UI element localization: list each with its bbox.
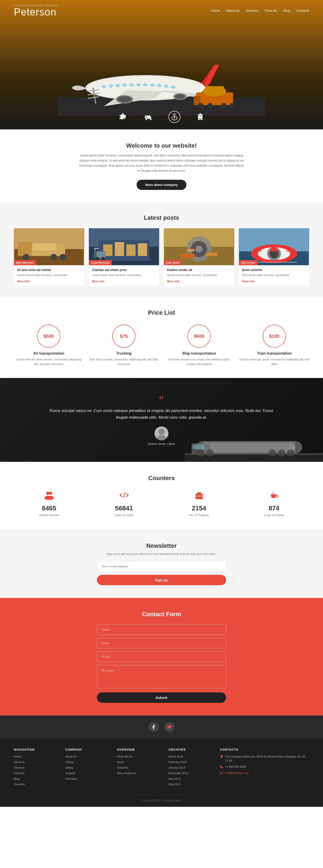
svg-point-53	[60, 254, 66, 260]
footer-company-support[interactable]: Support	[65, 771, 110, 776]
nav-blog[interactable]: Blog	[284, 9, 290, 12]
post-card-3: Jack Forest Enim animim Rem ipsum dolor …	[239, 228, 309, 286]
footer-overview-title: OVERVIEW	[117, 748, 162, 751]
contact-email-input[interactable]	[97, 638, 226, 648]
footer-nav-services[interactable]: Services	[14, 766, 58, 770]
svg-rect-29	[205, 86, 224, 91]
newsletter-email-input[interactable]	[97, 561, 226, 571]
footer-address-item: The Company Name Inc. 9870 St Vincent Pl…	[220, 754, 309, 763]
svg-rect-74	[187, 249, 194, 251]
newsletter-signup-button[interactable]: Sign-up	[97, 575, 226, 585]
latest-posts-title: Latest posts	[14, 214, 309, 221]
anchor-hero-icon[interactable]	[169, 111, 180, 123]
counter-code: 56841 Lines of Code	[89, 490, 159, 517]
footer-nav-title: NAVIGATION	[14, 748, 58, 751]
footer-archive-1[interactable]: February 2014	[169, 760, 213, 765]
svg-point-33	[150, 118, 152, 120]
footer-nav-blog[interactable]: Blog	[14, 777, 58, 781]
footer-archive-0[interactable]: March 2014	[169, 754, 213, 759]
footer-archive-3[interactable]: December 2013	[169, 771, 213, 776]
svg-rect-104	[198, 493, 201, 494]
svg-point-16	[164, 85, 169, 88]
svg-point-6	[175, 94, 185, 99]
nav-services[interactable]: Services	[246, 9, 258, 12]
briefcase-icon	[164, 490, 234, 502]
phone-icon	[220, 765, 223, 769]
svg-point-9	[115, 84, 120, 87]
footer-company-about[interactable]: About us	[65, 754, 110, 759]
price-list-section: Price List $500 Air transportation Ut wi…	[0, 298, 323, 378]
post-more-1[interactable]: More info	[92, 280, 105, 283]
price-label-0: Air transportation	[14, 351, 83, 355]
hero-transport-icons	[117, 111, 206, 123]
svg-point-32	[146, 118, 147, 120]
logo: TRANSPORTATION AGENCY Peterson	[14, 4, 58, 17]
truck-hero-icon[interactable]	[143, 111, 154, 123]
footer-overview-solutions[interactable]: Solutions	[117, 766, 162, 770]
footer-overview-whatwedo[interactable]: What We Do	[117, 754, 162, 759]
main-nav: Home About Us Services Price list Blog C…	[211, 9, 309, 12]
price-label-3: Train transportation	[240, 351, 309, 355]
contact-phone-input[interactable]	[97, 652, 226, 662]
footer-company-safety[interactable]: Safety	[65, 766, 110, 770]
svg-point-98	[46, 492, 49, 495]
footer-company-clients[interactable]: Clients	[65, 760, 110, 765]
svg-point-90	[197, 450, 205, 457]
svg-point-12	[136, 83, 141, 86]
footer-contacts: CONTACTS The Company Name Inc. 9870 St V…	[220, 748, 309, 788]
counters-grid: 8465 Clients Served 56841 Lines of Code	[14, 490, 309, 517]
svg-rect-60	[127, 244, 136, 256]
price-desc-1: Sum dolor sit amet, consectetur adipisci…	[89, 358, 159, 366]
footer-overview-news[interactable]: News	[117, 760, 162, 765]
svg-rect-63	[94, 248, 96, 258]
footer-nav-contacts[interactable]: Contacts	[14, 782, 58, 787]
svg-rect-73	[206, 252, 218, 256]
counter-number-3: 874	[239, 504, 309, 512]
footer-overview: OVERVIEW What We Do News Solutions Why c…	[117, 748, 162, 788]
footer-company-schedule[interactable]: Schedule	[65, 777, 110, 781]
svg-rect-83	[185, 454, 323, 455]
footer-contacts-title: CONTACTS	[220, 748, 309, 751]
clients-icon	[14, 490, 84, 502]
svg-point-11	[129, 83, 134, 86]
post-image-2: Kate Smith	[164, 228, 234, 265]
contact-submit-button[interactable]: Submit	[97, 692, 226, 703]
location-icon	[220, 755, 223, 760]
post-author-3: Jack Forest	[239, 260, 257, 265]
newsletter-section: Newsletter Sign up to get exclusive offe…	[0, 530, 323, 598]
footer-nav-pricelist[interactable]: Price list	[14, 771, 58, 776]
footer-overview-why[interactable]: Why choose us	[117, 771, 162, 776]
nav-about[interactable]: About Us	[226, 9, 240, 12]
post-title-2: Eodem modo ad	[167, 268, 231, 272]
footer-bottom: Copyright 2015 · Privacy Policy	[14, 795, 309, 802]
facebook-social-icon[interactable]	[149, 722, 159, 732]
twitter-social-icon[interactable]	[164, 722, 174, 732]
price-item-2: $600 Ship transportation Nam liber tempo…	[164, 324, 234, 366]
post-more-2[interactable]: More info	[167, 280, 179, 283]
nav-home[interactable]: Home	[211, 9, 220, 12]
contact-message-input[interactable]	[97, 665, 226, 688]
footer-nav-about[interactable]: About us	[14, 760, 58, 765]
airplane-hero-icon[interactable]	[117, 111, 129, 123]
footer-nav-home[interactable]: Home	[14, 754, 58, 759]
svg-rect-50	[18, 242, 32, 256]
train-hero-icon[interactable]	[194, 111, 206, 123]
post-card-1: Linda Morrison Claritas est etiam proc L…	[89, 228, 159, 286]
more-about-company-button[interactable]: More about company	[137, 180, 187, 190]
svg-rect-61	[138, 243, 147, 256]
svg-line-102	[123, 492, 125, 498]
contact-name-input[interactable]	[97, 624, 226, 634]
post-more-3[interactable]: More info	[242, 280, 254, 283]
nav-contacts[interactable]: Contacts	[296, 9, 309, 12]
footer-company: COMPANY About us Clients Safety Support …	[65, 748, 110, 788]
footer-archive-2[interactable]: January 2014	[169, 766, 213, 770]
footer-archive-5[interactable]: May 2013	[169, 782, 213, 787]
contact-form-title: Contact Form	[97, 611, 226, 618]
counters-title: Counters	[14, 474, 309, 482]
post-image-0: Mark Morrison	[14, 228, 84, 265]
coffee-icon	[239, 490, 309, 502]
footer-archive-4[interactable]: May 2013	[169, 777, 213, 781]
post-more-0[interactable]: More info	[17, 280, 30, 283]
nav-pricelist[interactable]: Price list	[265, 9, 277, 12]
post-card-2: Kate Smith Eodem modo ad Sevem ipsum dol…	[164, 228, 234, 286]
